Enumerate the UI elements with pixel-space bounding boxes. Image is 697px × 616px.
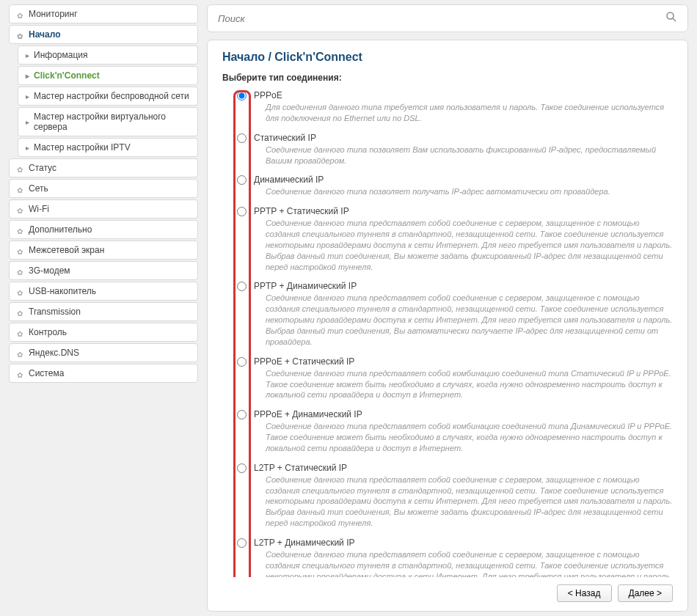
sidebar-item-7[interactable]: Статус [9,158,198,177]
sidebar-item-8[interactable]: Сеть [9,179,198,198]
arrow-right-icon: ▸ [26,51,29,59]
connection-radio[interactable] [237,207,247,216]
sidebar-item-label: Система [29,368,64,378]
svg-line-1 [673,18,676,21]
sidebar-item-10[interactable]: Дополнительно [9,220,198,239]
connection-radio[interactable] [237,410,247,419]
gear-icon [17,226,24,233]
connection-options: PPPoEДля соединения данного типа требует… [222,90,673,577]
sidebar-item-12[interactable]: 3G-модем [9,261,198,280]
sidebar-item-17[interactable]: Система [9,364,198,383]
sidebar-item-label: Дополнительно [29,224,92,235]
connection-radio[interactable] [237,91,247,100]
sidebar-item-15[interactable]: Контроль [9,323,198,342]
back-button[interactable]: < Назад [557,584,612,602]
sidebar-item-label: USB-накопитель [29,286,96,296]
sidebar-item-label: Яндекс.DNS [29,348,79,358]
sidebar-item-16[interactable]: Яндекс.DNS [9,343,198,362]
connection-option: PPPoE + Динамический IPСоединение данног… [222,409,673,458]
option-description: Соединение данного типа представляет соб… [266,549,673,577]
footer-buttons: < Назад Далее > [222,584,673,602]
gear-icon [17,329,24,336]
gear-icon [17,246,24,254]
sidebar-item-label: Межсетевой экран [29,245,104,255]
option-title: PPTP + Динамический IP [254,281,673,291]
sidebar-item-label: Мастер настройки беспроводной сети [34,91,189,101]
arrow-right-icon: ▸ [26,72,29,80]
gear-icon [17,308,24,315]
connection-option: PPTP + Статический IPСоединение данного … [222,206,673,276]
option-title: Динамический IP [254,175,673,185]
connection-option: PPPoE + Статический IPСоединение данного… [222,356,673,406]
gear-icon [17,267,24,274]
connection-option: L2TP + Статический IPСоединение данного … [222,463,673,533]
arrow-right-icon: ▸ [26,118,29,126]
sidebar-item-label: 3G-модем [29,265,70,276]
connection-radio[interactable] [237,133,247,143]
search-input[interactable] [218,13,665,24]
sidebar-item-11[interactable]: Межсетевой экран [9,241,198,260]
connection-radio[interactable] [237,282,247,291]
content-panel: Начало / Click'n'Connect Выберите тип со… [207,40,688,612]
main-area: Начало / Click'n'Connect Выберите тип со… [207,4,688,612]
option-description: Соединение данного типа представляет соб… [266,368,673,401]
svg-point-0 [667,12,674,19]
option-title: PPPoE [254,90,673,100]
sidebar-item-label: Сеть [29,183,48,194]
sidebar-item-label: Контроль [29,327,67,337]
sidebar-item-5[interactable]: ▸Мастер настройки виртуального сервера [18,107,198,136]
arrow-right-icon: ▸ [26,144,29,152]
sidebar-item-13[interactable]: USB-накопитель [9,282,198,301]
sidebar-item-4[interactable]: ▸Мастер настройки беспроводной сети [18,87,198,106]
option-title: Статический IP [254,133,673,143]
sidebar-item-1[interactable]: Начало [9,25,198,44]
arrow-right-icon: ▸ [26,92,29,100]
search-icon[interactable] [665,11,677,26]
connection-radio[interactable] [237,463,247,473]
connection-radio[interactable] [237,175,247,185]
option-title: L2TP + Динамический IP [254,538,673,548]
option-description: Соединение данного типа позволяет получа… [266,186,673,197]
sidebar-item-label: Click'n'Connect [34,70,100,81]
option-description: Соединение данного типа представляет соб… [266,218,673,272]
sidebar: МониторингНачало▸Информация▸Click'n'Conn… [9,4,198,612]
connection-radio[interactable] [237,538,247,548]
connection-radio[interactable] [237,357,247,367]
connection-type-prompt: Выберите тип соединения: [222,73,673,83]
gear-icon [17,10,24,18]
breadcrumb: Начало / Click'n'Connect [222,51,673,64]
search-bar [207,4,688,32]
sidebar-item-label: Мастер настройки виртуального сервера [34,111,190,132]
gear-icon [17,370,24,377]
sidebar-item-label: Статус [29,163,56,173]
sidebar-item-label: Transmission [29,307,81,317]
option-description: Соединение данного типа представляет соб… [266,421,673,454]
sidebar-item-9[interactable]: Wi-Fi [9,199,198,219]
sidebar-item-0[interactable]: Мониторинг [9,4,198,23]
gear-icon [17,164,24,172]
option-title: PPPoE + Статический IP [254,356,673,367]
sidebar-item-14[interactable]: Transmission [9,302,198,321]
next-button[interactable]: Далее > [618,584,674,602]
gear-icon [17,205,24,213]
option-description: Соединение данного типа представляет соб… [266,474,673,529]
connection-option: PPPoEДля соединения данного типа требует… [222,90,673,128]
option-title: PPTP + Статический IP [254,206,673,216]
connection-option: Статический IPСоединение данного типа по… [222,133,673,171]
connection-option: L2TP + Динамический IPСоединение данного… [222,538,673,577]
gear-icon [17,349,24,356]
option-description: Соединение данного типа представляет соб… [266,293,673,347]
sidebar-item-6[interactable]: ▸Мастер настройки IPTV [18,138,198,157]
sidebar-item-label: Wi-Fi [29,204,49,214]
option-title: PPPoE + Динамический IP [254,409,673,419]
sidebar-item-2[interactable]: ▸Информация [18,45,198,65]
connection-option: PPTP + Динамический IPСоединение данного… [222,281,673,351]
option-description: Соединение данного типа позволяет Вам ис… [266,144,673,166]
sidebar-item-label: Начало [29,29,60,40]
option-description: Для соединения данного типа требуется им… [266,102,673,124]
option-title: L2TP + Статический IP [254,463,673,473]
gear-icon [17,185,24,192]
sidebar-item-label: Мастер настройки IPTV [34,142,131,153]
connection-option: Динамический IPСоединение данного типа п… [222,175,673,202]
sidebar-item-3[interactable]: ▸Click'n'Connect [18,66,198,85]
